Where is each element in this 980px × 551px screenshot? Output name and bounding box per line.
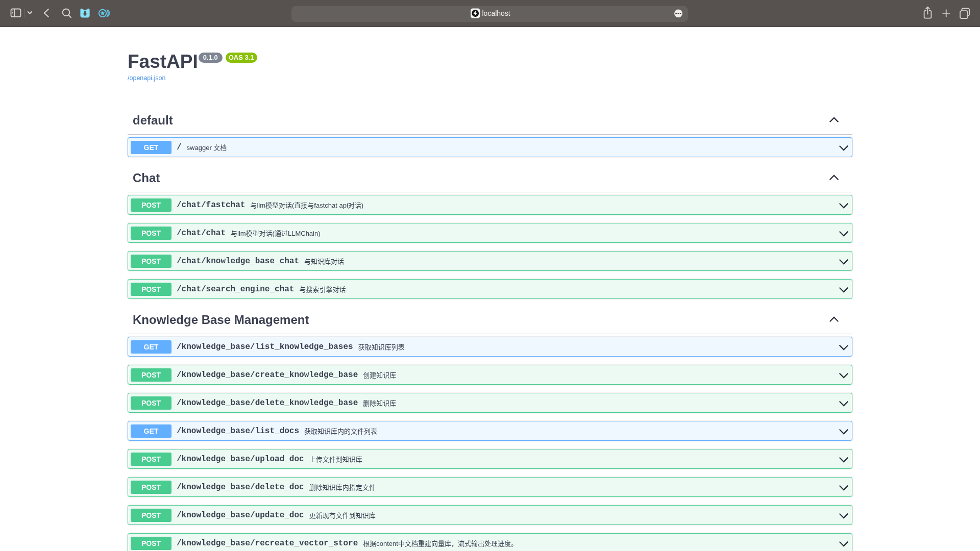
svg-text:localhost: localhost [482, 9, 510, 17]
